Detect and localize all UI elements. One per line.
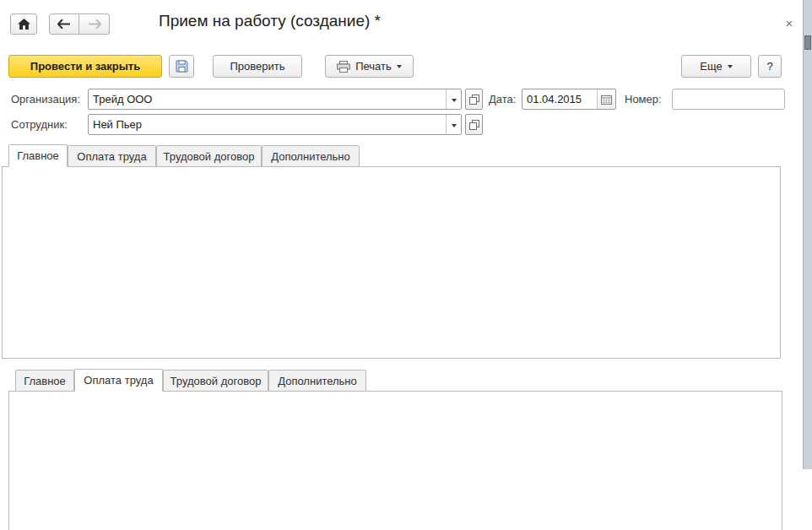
more-button-top[interactable]: Еще (681, 55, 751, 78)
employee-input[interactable] (89, 115, 446, 134)
check-button[interactable]: Проверить (213, 55, 302, 78)
tab-label: Главное (24, 375, 66, 387)
salary-tab-panel (8, 391, 782, 530)
scrollbar-thumb[interactable] (804, 35, 811, 50)
print-button[interactable]: Печать (325, 55, 414, 78)
chevron-down-icon (452, 99, 457, 105)
chevron-down-icon (728, 65, 733, 71)
home-button[interactable] (10, 14, 37, 35)
employee-label: Сотрудник: (11, 118, 68, 131)
employee-open-button[interactable] (465, 114, 483, 135)
tab-label: Трудовой договор (164, 150, 255, 163)
tab-main-bottom[interactable]: Главное (15, 370, 74, 392)
tab-label: Главное (17, 149, 59, 162)
organization-field (88, 89, 462, 110)
tab-label: Трудовой договор (171, 375, 262, 387)
tab-contract-bottom[interactable]: Трудовой договор (163, 370, 268, 392)
tab-contract-top[interactable]: Трудовой договор (156, 145, 262, 167)
date-label: Дата: (489, 93, 516, 105)
employment-form-window: Прием на работу (создание) * × Провести … (0, 0, 812, 530)
tab-label: Дополнительно (278, 375, 357, 387)
close-icon[interactable]: × (782, 15, 797, 30)
tab-main-top[interactable]: Главное (8, 144, 68, 167)
organization-dropdown-button[interactable] (446, 89, 461, 109)
forward-button[interactable] (79, 14, 110, 35)
save-button[interactable] (169, 55, 194, 78)
home-icon (18, 19, 30, 30)
open-item-icon (469, 120, 479, 130)
tab-salary-bottom[interactable]: Оплата труда (74, 369, 163, 392)
employee-field (88, 114, 462, 135)
history-nav-group (49, 14, 110, 35)
forward-arrow-icon (88, 19, 101, 29)
tab-additional-top[interactable]: Дополнительно (262, 145, 360, 167)
printer-icon (337, 61, 350, 73)
tab-salary-top[interactable]: Оплата труда (68, 145, 156, 167)
post-and-close-button[interactable]: Провести и закрыть (8, 55, 162, 78)
number-input[interactable] (673, 89, 784, 109)
post-and-close-label: Провести и закрыть (30, 60, 140, 73)
date-input[interactable] (522, 89, 597, 109)
tab-additional-bottom[interactable]: Дополнительно (268, 370, 366, 392)
back-button[interactable] (49, 14, 79, 35)
number-field (672, 89, 785, 110)
date-field (522, 89, 616, 110)
vertical-scrollbar[interactable] (803, 0, 812, 469)
main-tab-panel (2, 166, 781, 359)
back-arrow-icon (57, 19, 71, 29)
print-label: Печать (355, 60, 392, 73)
help-label: ? (766, 60, 772, 73)
date-calendar-button[interactable] (597, 89, 615, 109)
chevron-down-icon (452, 124, 457, 130)
help-button[interactable]: ? (758, 55, 782, 78)
tab-label: Оплата труда (84, 374, 153, 387)
chevron-down-icon (397, 65, 402, 71)
tab-label: Оплата труда (77, 150, 146, 163)
page-title: Прием на работу (создание) * (159, 12, 381, 30)
organization-label: Организация: (11, 93, 80, 105)
employee-dropdown-button[interactable] (446, 115, 461, 134)
organization-open-button[interactable] (465, 89, 483, 110)
more-label: Еще (700, 60, 722, 73)
number-label: Номер: (625, 93, 662, 105)
check-label: Проверить (230, 60, 284, 73)
organization-input[interactable] (89, 89, 446, 109)
open-item-icon (469, 95, 479, 105)
tab-label: Дополнительно (271, 150, 350, 163)
save-icon (176, 60, 188, 73)
calendar-icon (601, 95, 612, 105)
